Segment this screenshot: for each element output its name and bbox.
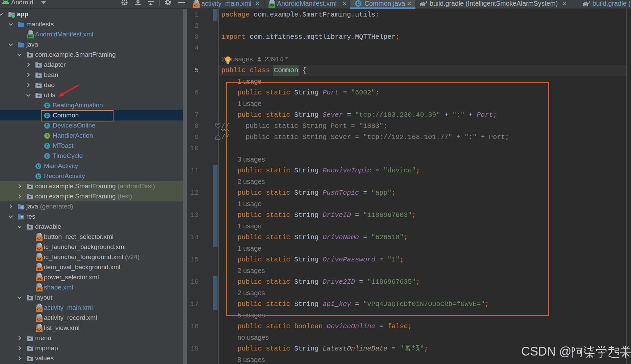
svg-text:<>: <> <box>37 287 42 291</box>
svg-text:<>: <> <box>37 257 42 261</box>
svg-text:I: I <box>47 134 48 138</box>
svg-text:C: C <box>356 1 360 6</box>
svg-text:<>: <> <box>194 3 199 7</box>
svg-text:MF: MF <box>28 34 33 38</box>
svg-text:<>: <> <box>37 267 42 271</box>
svg-text:<>: <> <box>37 328 42 332</box>
svg-text:<>: <> <box>37 247 42 251</box>
svg-text:C: C <box>37 174 40 179</box>
svg-text:<>: <> <box>37 277 42 281</box>
svg-text:C: C <box>46 103 49 108</box>
svg-text:C: C <box>37 164 40 169</box>
svg-text:<>: <> <box>37 307 42 311</box>
svg-text:<>: <> <box>37 236 42 241</box>
svg-text:<>: <> <box>37 317 42 321</box>
svg-text:C: C <box>46 144 49 148</box>
svg-text:C: C <box>46 123 49 128</box>
svg-text:C: C <box>46 154 49 159</box>
svg-text:MF: MF <box>270 4 274 7</box>
